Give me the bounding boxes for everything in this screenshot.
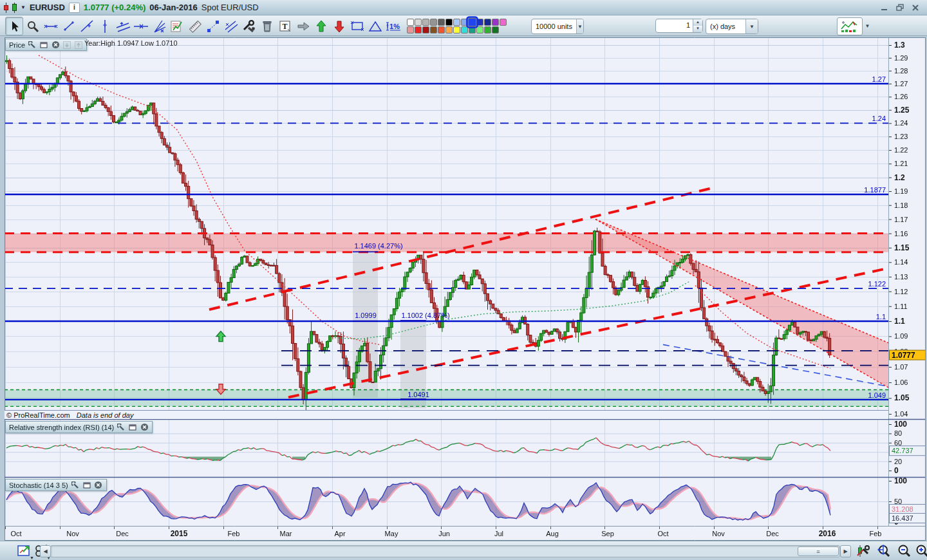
move-up-icon[interactable] [74,41,83,49]
color-swatch[interactable] [415,26,422,33]
chart-settings-button[interactable] [855,543,870,559]
color-swatch[interactable] [415,19,422,26]
color-swatch[interactable] [438,19,445,26]
window-controls [879,3,923,12]
period-select[interactable]: (x) days ▼ [706,19,758,34]
zoom-in-button[interactable] [914,543,927,559]
cursor-tool-icon[interactable] [5,17,23,35]
rsi-panel-title: Relative strength index (RSI) (14) [9,424,114,431]
copyright-bar: © ProRealTime.com Data is end of day [5,410,888,419]
color-swatch[interactable] [476,26,483,33]
restore-button[interactable] [895,3,905,12]
chart-style-dropdown-arrow[interactable]: ▼ [863,17,872,34]
drawing-toolbar: T 1% 10000 units ▼ 1 ▲▼ (x) days ▼ ▼ [0,15,927,36]
chart-canvas[interactable] [0,36,927,541]
scrollbar-track[interactable]: ≡ [50,545,840,557]
color-swatch[interactable] [492,19,499,26]
vertical-line-tool-icon[interactable] [97,17,113,35]
stoch-panel-header: Stochastic (14 3 5) [5,479,107,491]
arrow-up-icon[interactable] [313,17,330,35]
wrench-icon[interactable] [117,423,126,431]
color-swatch[interactable] [438,26,445,33]
period-dropdown-arrow[interactable]: ▼ [745,19,758,33]
spinner-up-icon[interactable]: ▲ [693,19,702,26]
red-candle-icon [4,3,8,13]
color-swatch[interactable] [430,26,437,33]
percent-measure-tool-icon[interactable]: 1% [385,17,402,35]
color-swatch[interactable] [500,19,507,26]
color-swatch[interactable] [445,26,453,33]
close-icon[interactable] [51,41,60,49]
share-chart-button[interactable]: ▼ [17,543,32,559]
channel-tool-icon[interactable] [115,17,131,35]
ruler-tool-icon[interactable] [187,17,203,35]
period-value: (x) days [706,19,745,33]
arrow-down-icon[interactable] [331,17,348,35]
trendline-long-tool-icon[interactable] [79,17,95,35]
tools-settings-icon[interactable] [241,17,258,35]
units-select[interactable]: 10000 units ▼ [531,19,584,34]
symbol-label[interactable]: EURUSD [30,3,65,12]
title-bar: ▼ EURUSD i 1.0777 (+0.24%) 06-Jan-2016 S… [0,0,927,15]
color-swatch[interactable] [407,26,414,33]
info-icon[interactable]: i [69,3,80,13]
last-price: 1.0777 (+0.24%) [84,3,145,12]
color-swatch[interactable] [422,19,429,26]
bars-spinner[interactable]: 1 ▲▼ [655,19,703,33]
wrench-icon[interactable] [28,41,37,49]
trendline-short-tool-icon[interactable] [61,17,77,35]
scroll-right-button[interactable]: ▶ [840,545,851,557]
text-tool-icon[interactable]: T [277,17,294,35]
color-swatch[interactable] [461,26,468,33]
window-icon[interactable] [39,41,48,49]
scroll-left-button[interactable]: ◀ [40,545,51,557]
zoom-out-button[interactable] [896,543,912,559]
spinner-arrows[interactable]: ▲▼ [693,19,702,32]
quote-date: 06-Jan-2016 [149,3,197,12]
color-swatch[interactable] [445,19,453,26]
triangle-tool-icon[interactable] [367,17,384,35]
color-palette [407,19,507,33]
horizontal-segment-tool-icon[interactable] [42,17,59,35]
price-panel-title: Price [9,41,25,49]
green-candle-icon [12,3,17,13]
scrollbar-thumb[interactable]: ≡ [798,546,839,556]
trash-icon[interactable] [259,17,276,35]
move-down-icon[interactable] [62,41,71,49]
window-icon[interactable] [128,423,137,431]
color-swatch[interactable] [407,19,414,26]
minimize-button[interactable] [879,3,890,12]
fan-lines-tool-icon[interactable] [151,17,167,35]
color-swatch[interactable] [461,19,468,26]
spinner-down-icon[interactable]: ▼ [693,26,702,32]
window-icon[interactable] [82,481,91,489]
color-swatch[interactable] [476,19,483,26]
color-swatch[interactable] [422,26,429,33]
color-swatch[interactable] [453,26,460,33]
close-icon[interactable] [140,423,149,431]
arrow-right-icon[interactable] [295,17,312,35]
close-icon[interactable] [94,481,103,489]
color-swatch[interactable] [430,19,437,26]
color-swatch[interactable] [492,26,499,33]
svg-text:1%: 1% [389,23,400,30]
indicator-tool-icon[interactable] [169,17,185,35]
fibonacci-dots-tool-icon[interactable] [205,17,221,35]
rectangle-tool-icon[interactable] [349,17,366,35]
chart-style-button[interactable] [837,17,863,35]
color-swatch[interactable] [453,19,460,26]
units-dropdown-arrow[interactable]: ▼ [576,19,583,33]
zoom-fit-button[interactable] [876,543,891,559]
copyright-text: © ProRealTime.com [6,411,70,419]
symbol-dropdown-arrow[interactable]: ▼ [21,5,26,10]
horizontal-line-tool-icon[interactable] [133,17,149,35]
color-swatch[interactable] [484,19,491,26]
close-icon[interactable] [910,3,921,12]
color-swatch[interactable] [484,26,491,33]
color-swatch[interactable] [469,26,476,33]
wrench-icon[interactable] [71,481,80,489]
parallel-lines-tool-icon[interactable] [223,17,239,35]
price-panel-header: Price [5,39,87,51]
zoom-tool-icon[interactable] [24,17,41,35]
color-swatch[interactable] [468,18,477,27]
